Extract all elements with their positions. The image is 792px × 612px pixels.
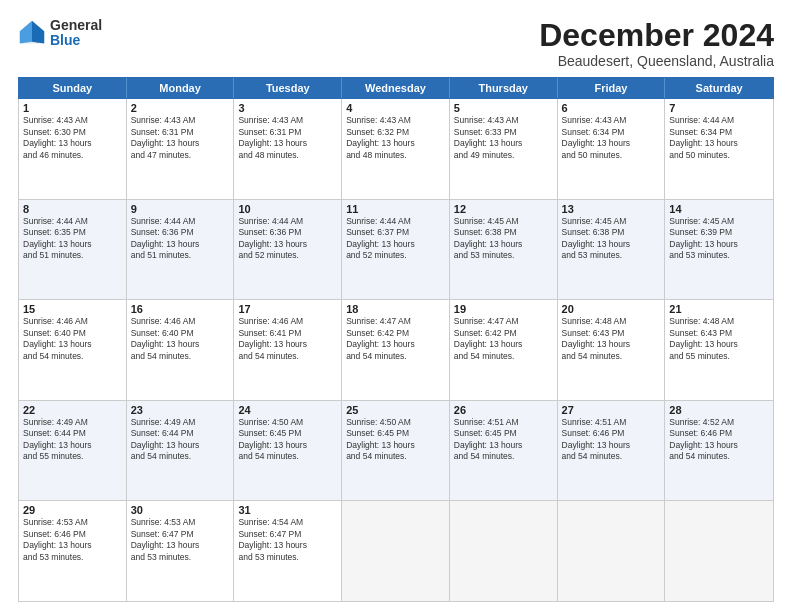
header-day-tuesday: Tuesday — [234, 78, 342, 98]
calendar-body: 1Sunrise: 4:43 AMSunset: 6:30 PMDaylight… — [18, 99, 774, 602]
cell-info: Sunrise: 4:49 AMSunset: 6:44 PMDaylight:… — [131, 417, 230, 463]
cell-info: Sunrise: 4:49 AMSunset: 6:44 PMDaylight:… — [23, 417, 122, 463]
header-day-wednesday: Wednesday — [342, 78, 450, 98]
cell-info: Sunrise: 4:47 AMSunset: 6:42 PMDaylight:… — [454, 316, 553, 362]
calendar-cell: 26Sunrise: 4:51 AMSunset: 6:45 PMDayligh… — [450, 401, 558, 501]
calendar-cell: 2Sunrise: 4:43 AMSunset: 6:31 PMDaylight… — [127, 99, 235, 199]
calendar-cell: 7Sunrise: 4:44 AMSunset: 6:34 PMDaylight… — [665, 99, 773, 199]
cell-info: Sunrise: 4:50 AMSunset: 6:45 PMDaylight:… — [238, 417, 337, 463]
day-number: 1 — [23, 102, 122, 114]
day-number: 28 — [669, 404, 769, 416]
calendar-cell: 13Sunrise: 4:45 AMSunset: 6:38 PMDayligh… — [558, 200, 666, 300]
cell-info: Sunrise: 4:46 AMSunset: 6:41 PMDaylight:… — [238, 316, 337, 362]
calendar-cell: 11Sunrise: 4:44 AMSunset: 6:37 PMDayligh… — [342, 200, 450, 300]
calendar-cell: 30Sunrise: 4:53 AMSunset: 6:47 PMDayligh… — [127, 501, 235, 601]
calendar-cell: 10Sunrise: 4:44 AMSunset: 6:36 PMDayligh… — [234, 200, 342, 300]
cell-info: Sunrise: 4:44 AMSunset: 6:37 PMDaylight:… — [346, 216, 445, 262]
day-number: 26 — [454, 404, 553, 416]
cell-info: Sunrise: 4:46 AMSunset: 6:40 PMDaylight:… — [23, 316, 122, 362]
cell-info: Sunrise: 4:46 AMSunset: 6:40 PMDaylight:… — [131, 316, 230, 362]
cell-info: Sunrise: 4:44 AMSunset: 6:35 PMDaylight:… — [23, 216, 122, 262]
calendar-cell: 16Sunrise: 4:46 AMSunset: 6:40 PMDayligh… — [127, 300, 235, 400]
cell-info: Sunrise: 4:48 AMSunset: 6:43 PMDaylight:… — [669, 316, 769, 362]
cell-info: Sunrise: 4:51 AMSunset: 6:45 PMDaylight:… — [454, 417, 553, 463]
header-day-friday: Friday — [558, 78, 666, 98]
cell-info: Sunrise: 4:44 AMSunset: 6:34 PMDaylight:… — [669, 115, 769, 161]
day-number: 20 — [562, 303, 661, 315]
cell-info: Sunrise: 4:45 AMSunset: 6:39 PMDaylight:… — [669, 216, 769, 262]
calendar-row-3: 22Sunrise: 4:49 AMSunset: 6:44 PMDayligh… — [19, 401, 773, 502]
day-number: 15 — [23, 303, 122, 315]
day-number: 18 — [346, 303, 445, 315]
day-number: 12 — [454, 203, 553, 215]
day-number: 10 — [238, 203, 337, 215]
cell-info: Sunrise: 4:48 AMSunset: 6:43 PMDaylight:… — [562, 316, 661, 362]
day-number: 29 — [23, 504, 122, 516]
day-number: 3 — [238, 102, 337, 114]
cell-info: Sunrise: 4:43 AMSunset: 6:30 PMDaylight:… — [23, 115, 122, 161]
calendar-header: SundayMondayTuesdayWednesdayThursdayFrid… — [18, 77, 774, 99]
day-number: 16 — [131, 303, 230, 315]
cell-info: Sunrise: 4:43 AMSunset: 6:32 PMDaylight:… — [346, 115, 445, 161]
day-number: 13 — [562, 203, 661, 215]
day-number: 9 — [131, 203, 230, 215]
calendar-cell: 27Sunrise: 4:51 AMSunset: 6:46 PMDayligh… — [558, 401, 666, 501]
day-number: 31 — [238, 504, 337, 516]
cell-info: Sunrise: 4:44 AMSunset: 6:36 PMDaylight:… — [131, 216, 230, 262]
title-block: December 2024 Beaudesert, Queensland, Au… — [539, 18, 774, 69]
calendar-cell: 20Sunrise: 4:48 AMSunset: 6:43 PMDayligh… — [558, 300, 666, 400]
day-number: 8 — [23, 203, 122, 215]
calendar-cell: 25Sunrise: 4:50 AMSunset: 6:45 PMDayligh… — [342, 401, 450, 501]
calendar-cell — [450, 501, 558, 601]
day-number: 21 — [669, 303, 769, 315]
day-number: 6 — [562, 102, 661, 114]
calendar-cell — [342, 501, 450, 601]
day-number: 27 — [562, 404, 661, 416]
calendar-cell: 29Sunrise: 4:53 AMSunset: 6:46 PMDayligh… — [19, 501, 127, 601]
logo-general-text: General — [50, 18, 102, 33]
day-number: 4 — [346, 102, 445, 114]
logo: General Blue — [18, 18, 102, 49]
calendar-cell: 18Sunrise: 4:47 AMSunset: 6:42 PMDayligh… — [342, 300, 450, 400]
cell-info: Sunrise: 4:43 AMSunset: 6:34 PMDaylight:… — [562, 115, 661, 161]
calendar-cell: 19Sunrise: 4:47 AMSunset: 6:42 PMDayligh… — [450, 300, 558, 400]
calendar-cell: 14Sunrise: 4:45 AMSunset: 6:39 PMDayligh… — [665, 200, 773, 300]
calendar-cell: 22Sunrise: 4:49 AMSunset: 6:44 PMDayligh… — [19, 401, 127, 501]
calendar-cell: 31Sunrise: 4:54 AMSunset: 6:47 PMDayligh… — [234, 501, 342, 601]
cell-info: Sunrise: 4:43 AMSunset: 6:31 PMDaylight:… — [238, 115, 337, 161]
cell-info: Sunrise: 4:45 AMSunset: 6:38 PMDaylight:… — [562, 216, 661, 262]
day-number: 7 — [669, 102, 769, 114]
calendar-row-1: 8Sunrise: 4:44 AMSunset: 6:35 PMDaylight… — [19, 200, 773, 301]
day-number: 11 — [346, 203, 445, 215]
calendar-cell: 23Sunrise: 4:49 AMSunset: 6:44 PMDayligh… — [127, 401, 235, 501]
day-number: 19 — [454, 303, 553, 315]
cell-info: Sunrise: 4:53 AMSunset: 6:46 PMDaylight:… — [23, 517, 122, 563]
header-day-thursday: Thursday — [450, 78, 558, 98]
cell-info: Sunrise: 4:45 AMSunset: 6:38 PMDaylight:… — [454, 216, 553, 262]
calendar-cell: 5Sunrise: 4:43 AMSunset: 6:33 PMDaylight… — [450, 99, 558, 199]
header: General Blue December 2024 Beaudesert, Q… — [18, 18, 774, 69]
day-number: 23 — [131, 404, 230, 416]
calendar-cell: 17Sunrise: 4:46 AMSunset: 6:41 PMDayligh… — [234, 300, 342, 400]
cell-info: Sunrise: 4:47 AMSunset: 6:42 PMDaylight:… — [346, 316, 445, 362]
calendar-cell: 15Sunrise: 4:46 AMSunset: 6:40 PMDayligh… — [19, 300, 127, 400]
cell-info: Sunrise: 4:50 AMSunset: 6:45 PMDaylight:… — [346, 417, 445, 463]
calendar-row-2: 15Sunrise: 4:46 AMSunset: 6:40 PMDayligh… — [19, 300, 773, 401]
cell-info: Sunrise: 4:52 AMSunset: 6:46 PMDaylight:… — [669, 417, 769, 463]
header-day-sunday: Sunday — [19, 78, 127, 98]
day-number: 14 — [669, 203, 769, 215]
cell-info: Sunrise: 4:51 AMSunset: 6:46 PMDaylight:… — [562, 417, 661, 463]
day-number: 24 — [238, 404, 337, 416]
location: Beaudesert, Queensland, Australia — [539, 53, 774, 69]
svg-marker-2 — [32, 21, 44, 44]
calendar-cell: 28Sunrise: 4:52 AMSunset: 6:46 PMDayligh… — [665, 401, 773, 501]
month-title: December 2024 — [539, 18, 774, 53]
calendar-cell: 6Sunrise: 4:43 AMSunset: 6:34 PMDaylight… — [558, 99, 666, 199]
header-day-saturday: Saturday — [665, 78, 773, 98]
calendar-cell — [558, 501, 666, 601]
svg-marker-3 — [20, 21, 32, 44]
cell-info: Sunrise: 4:54 AMSunset: 6:47 PMDaylight:… — [238, 517, 337, 563]
calendar-cell: 8Sunrise: 4:44 AMSunset: 6:35 PMDaylight… — [19, 200, 127, 300]
calendar-cell: 12Sunrise: 4:45 AMSunset: 6:38 PMDayligh… — [450, 200, 558, 300]
day-number: 30 — [131, 504, 230, 516]
